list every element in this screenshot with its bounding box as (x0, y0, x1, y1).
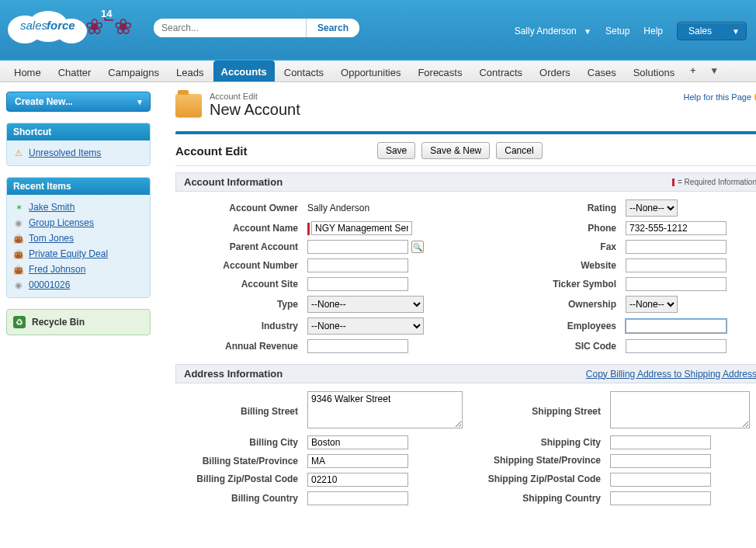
rating-select[interactable]: --None-- (626, 199, 678, 217)
tab-forecasts[interactable]: Forecasts (410, 61, 470, 82)
billing-state-label: Billing State/Province (175, 456, 307, 466)
caret-down-icon: ▼ (584, 27, 591, 36)
add-tab-button[interactable]: + (684, 61, 702, 82)
save-and-new-button[interactable]: Save & New (421, 142, 490, 159)
account-name-label: Account Name (175, 223, 307, 234)
account-info-heading: Account Information (184, 176, 283, 188)
tab-leads[interactable]: Leads (168, 61, 211, 82)
setup-link[interactable]: Setup (605, 26, 629, 36)
sidebar: Create New... ▼ Shortcut ⚠ Unresolved It… (0, 82, 157, 525)
cancel-button[interactable]: Cancel (496, 142, 542, 159)
recent-item-link[interactable]: Private Equity Deal (29, 248, 108, 259)
person-icon: ✶ (13, 202, 24, 213)
billing-city-input[interactable] (307, 435, 408, 449)
flower-decoration-icon: ❀՟❀ (85, 14, 132, 40)
billing-zip-label: Billing Zip/Postal Code (175, 474, 307, 484)
page-title: New Account (210, 101, 300, 119)
account-number-input[interactable] (307, 258, 408, 272)
account-site-label: Account Site (175, 279, 307, 290)
recent-item-link[interactable]: Tom Jones (29, 233, 74, 244)
tab-opportunities[interactable]: Opportunities (333, 61, 408, 82)
bag-icon: 👜 (13, 233, 24, 244)
tab-cases[interactable]: Cases (580, 61, 624, 82)
billing-state-input[interactable] (307, 454, 408, 468)
recent-item-link[interactable]: 00001026 (29, 279, 70, 290)
tab-contacts[interactable]: Contacts (276, 61, 331, 82)
shipping-street-input[interactable] (610, 391, 750, 428)
recycle-icon: ♻ (13, 316, 26, 328)
phone-input[interactable] (626, 221, 727, 235)
industry-select[interactable]: --None-- (307, 317, 424, 335)
page-help-text: Help for this Page (684, 92, 751, 102)
ownership-label: Ownership (517, 299, 626, 310)
user-name: Sally Anderson (515, 26, 577, 36)
recycle-bin-label: Recycle Bin (32, 317, 85, 328)
address-info-heading-row: Address Information Copy Billing Address… (175, 364, 756, 383)
account-number-label: Account Number (175, 260, 307, 271)
disc-icon: ◉ (13, 279, 24, 290)
shipping-country-label: Shipping Country (486, 493, 610, 504)
ownership-select[interactable]: --None-- (626, 296, 678, 313)
type-select[interactable]: --None-- (307, 296, 424, 313)
fax-input[interactable] (626, 240, 727, 254)
unresolved-items-link[interactable]: Unresolved Items (29, 147, 101, 158)
industry-label: Industry (175, 321, 307, 331)
billing-country-label: Billing Country (175, 493, 307, 504)
recent-item-link[interactable]: Jake Smith (29, 202, 75, 213)
required-icon (307, 223, 310, 235)
account-site-input[interactable] (307, 277, 408, 291)
parent-account-input[interactable] (307, 240, 408, 254)
type-label: Type (175, 299, 307, 310)
recent-item: ◉00001026 (13, 277, 144, 293)
tab-overflow-menu[interactable]: ▼ (703, 61, 725, 82)
tab-campaigns[interactable]: Campaigns (100, 61, 167, 82)
billing-country-input[interactable] (307, 491, 408, 505)
billing-street-label: Billing Street (175, 406, 307, 417)
save-button[interactable]: Save (377, 142, 415, 159)
lookup-icon[interactable]: 🔍 (411, 241, 424, 253)
breadcrumb: Account Edit (210, 92, 300, 101)
recent-items-heading: Recent Items (7, 178, 150, 195)
folder-icon (175, 94, 202, 117)
recent-item-link[interactable]: Fred Johnson (29, 264, 85, 275)
billing-city-label: Billing City (175, 437, 307, 448)
tab-contracts[interactable]: Contracts (471, 61, 530, 82)
required-legend: = Required Information (672, 178, 756, 186)
phone-label: Phone (517, 223, 626, 234)
shortcut-panel: Shortcut ⚠ Unresolved Items (6, 123, 151, 166)
search-input[interactable] (154, 19, 309, 37)
shipping-city-input[interactable] (610, 435, 711, 449)
search-button[interactable]: Search (306, 19, 359, 37)
user-menu[interactable]: Sally Anderson ▼ (515, 26, 591, 36)
tab-orders[interactable]: Orders (532, 61, 578, 82)
recent-item-link[interactable]: Group Licenses (29, 217, 94, 228)
shipping-state-input[interactable] (610, 454, 711, 468)
svg-text:sales: sales (20, 19, 48, 32)
page-help-link[interactable]: Help for this Page ? (684, 92, 756, 102)
ticker-input[interactable] (626, 277, 727, 291)
shipping-zip-input[interactable] (610, 473, 711, 487)
billing-street-input[interactable]: 9346 Walker Street (307, 391, 463, 428)
copy-address-link[interactable]: Copy Billing Address to Shipping Address (586, 369, 756, 380)
tab-accounts[interactable]: Accounts (213, 61, 275, 82)
tab-solutions[interactable]: Solutions (626, 61, 682, 82)
account-info-form: Account Owner Sally Anderson Rating --No… (175, 192, 756, 358)
revenue-input[interactable] (307, 339, 408, 353)
website-input[interactable] (626, 258, 727, 272)
app-switcher[interactable]: Sales ▼ (677, 22, 747, 40)
recycle-bin[interactable]: ♻ Recycle Bin (6, 309, 151, 335)
employees-label: Employees (517, 321, 626, 331)
shipping-country-input[interactable] (610, 491, 711, 505)
billing-zip-input[interactable] (307, 473, 408, 487)
tab-home[interactable]: Home (6, 61, 49, 82)
help-link[interactable]: Help (643, 26, 663, 36)
account-name-input[interactable] (311, 221, 412, 235)
warning-icon: ⚠ (13, 147, 24, 158)
global-header: sales force 14 ❀՟❀ Search Sally Anderson… (0, 0, 756, 59)
bag-icon: 👜 (13, 248, 24, 259)
create-new-button[interactable]: Create New... ▼ (6, 92, 151, 112)
tab-chatter[interactable]: Chatter (50, 61, 99, 82)
shipping-zip-label: Shipping Zip/Postal Code (486, 474, 610, 484)
sic-input[interactable] (626, 339, 727, 353)
employees-input[interactable] (626, 319, 727, 333)
